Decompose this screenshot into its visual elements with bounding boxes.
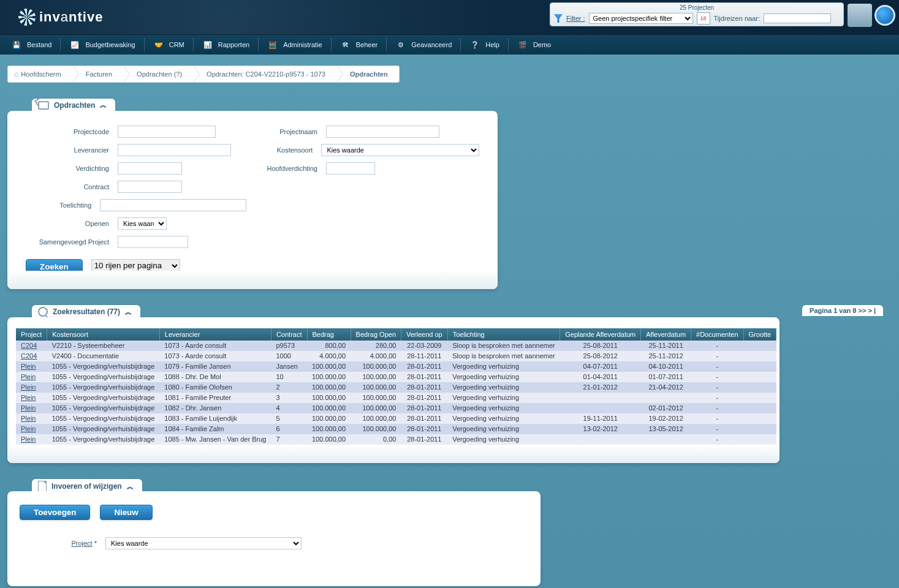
table-row[interactable]: C204V2400 - Documentatie1073 - Aarde con… <box>16 351 776 361</box>
collapse-icon[interactable]: ︽ <box>100 100 107 110</box>
table-row[interactable]: Plein1055 - Vergoeding/verhuisbijdrage10… <box>16 361 776 372</box>
input-leverancier[interactable] <box>118 144 231 156</box>
menu-item-crm[interactable]: 🤝 CRM <box>145 35 193 55</box>
filter-select[interactable]: Geen projectspecifiek filter <box>589 13 693 24</box>
menu-item-help[interactable]: ❔ Help <box>461 35 508 55</box>
table-row[interactable]: Plein1055 - Vergoeding/verhuisbijdrage10… <box>16 434 776 445</box>
project-link[interactable]: Plein <box>21 394 36 401</box>
time-travel-label: Tijdreizen naar: <box>714 15 760 22</box>
col-project[interactable]: Project <box>16 328 47 341</box>
document-icon <box>38 481 47 492</box>
lbl-contract: Contract <box>26 183 118 190</box>
edit-panel: Invoeren of wijzigen ︽ Toevoegen Nieuw P… <box>7 491 892 586</box>
crumb-opdrachten: Opdrachten <box>336 66 399 83</box>
menu-item-budgetbewaking[interactable]: 📈 Budgetbewaking <box>61 35 143 55</box>
menu-item-administratie[interactable]: 🧮 Administratie <box>259 35 331 55</box>
add-button[interactable]: Toevoegen <box>20 505 90 520</box>
col-bedrag-open[interactable]: Bedrag Open <box>351 328 401 341</box>
refresh-icon[interactable] <box>874 5 895 26</box>
lbl-verdichting: Verdichting <box>26 165 118 172</box>
project-link[interactable]: Plein <box>21 373 36 380</box>
crumb-hoofdscherm[interactable]: ⌂Hoofdscherm <box>8 66 72 83</box>
calculator-icon: 🧮 <box>267 39 278 50</box>
pagination[interactable]: Pagina 1 van 8 >> > | <box>802 305 883 316</box>
project-link[interactable]: Plein <box>21 383 36 391</box>
table-row[interactable]: Plein1055 - Vergoeding/verhuisbijdrage10… <box>16 413 776 424</box>
collapse-edit-icon[interactable]: ︽ <box>127 482 134 491</box>
project-link[interactable]: Plein <box>21 435 36 443</box>
menu-item-beheer[interactable]: 🛠 Beheer <box>332 35 386 55</box>
project-link[interactable]: Plein <box>21 415 36 422</box>
table-row[interactable]: Plein1055 - Vergoeding/verhuisbijdrage10… <box>16 393 776 403</box>
breadcrumb: ⌂Hoofdscherm Facturen Opdrachten (?) Opd… <box>0 55 899 83</box>
header-right-icons <box>848 4 895 27</box>
search-panel-title: Opdrachten <box>54 101 95 110</box>
chart-icon: 📈 <box>69 39 80 50</box>
help-icon: ❔ <box>469 39 480 50</box>
crumb-facturen[interactable]: Facturen <box>72 66 123 83</box>
col-bedrag[interactable]: Bedrag <box>307 328 351 341</box>
handshake-icon: 🤝 <box>153 39 164 50</box>
table-row[interactable]: C204V2210 - Systeembeheer1073 - Aarde co… <box>16 341 776 351</box>
save-icon: 💾 <box>11 39 22 50</box>
table-row[interactable]: Plein1055 - Vergoeding/verhuisbijdrage10… <box>16 424 776 434</box>
demo-icon: 🎬 <box>517 39 528 50</box>
collapse-results-icon[interactable]: ︽ <box>125 307 132 317</box>
select-kostensoort[interactable]: Kies waarde <box>321 144 479 156</box>
lbl-edit-project: Project * <box>38 540 105 547</box>
project-link[interactable]: C204 <box>21 352 37 360</box>
menu-item-demo[interactable]: 🎬 Demo <box>509 35 560 55</box>
logo-icon <box>16 6 38 28</box>
lbl-kostensoort: Kostensoort <box>246 146 321 154</box>
col-contract[interactable]: Contract <box>271 328 307 341</box>
input-verdichting[interactable] <box>118 162 182 175</box>
select-edit-project[interactable]: Kies waarde <box>105 537 302 549</box>
input-hoofdverdichting[interactable] <box>326 162 375 175</box>
search-icon <box>38 307 48 317</box>
lbl-leverancier: Leverancier <box>26 146 118 154</box>
presentation-icon: 📊 <box>202 39 213 50</box>
lbl-projectcode: Projectcode <box>26 128 118 135</box>
input-toelichting[interactable] <box>100 199 246 211</box>
menu-item-geavanceerd[interactable]: ⚙ Geavanceerd <box>387 35 460 55</box>
funnel-icon <box>554 14 563 23</box>
col-afleverdatum[interactable]: Afleverdatum <box>641 328 691 341</box>
table-row[interactable]: Plein1055 - Vergoeding/verhuisbijdrage10… <box>16 382 776 393</box>
col-leverancier[interactable]: Leverancier <box>159 328 271 341</box>
project-filter-box: 25 Projecten Filter : Geen projectspecif… <box>550 2 844 26</box>
crumb-opdracht-detail[interactable]: Opdrachten: C204-V2210-p9573 - 1073 <box>193 66 336 83</box>
search-button[interactable]: Zoeken <box>26 259 83 274</box>
col-verleend-op[interactable]: Verleend op <box>401 328 448 341</box>
col-geplande-afleverdatum[interactable]: Geplande Afleverdatum <box>560 328 641 341</box>
menu-item-rapporten[interactable]: 📊 Rapporten <box>194 35 258 55</box>
col-kostensoort[interactable]: Kostensoort <box>47 328 160 341</box>
table-row[interactable]: Plein1055 - Vergoeding/verhuisbijdrage10… <box>16 403 776 413</box>
input-contract[interactable] <box>118 181 182 193</box>
project-link[interactable]: Plein <box>21 363 36 370</box>
project-link[interactable]: C204 <box>21 342 37 349</box>
input-samengevoegd[interactable] <box>118 236 188 248</box>
orders-icon <box>38 101 49 110</box>
menu-item-bestand[interactable]: 💾 Bestand <box>2 35 60 55</box>
project-link[interactable]: Plein <box>21 404 36 412</box>
project-link[interactable]: Plein <box>21 425 36 432</box>
col-grootte[interactable]: Grootte <box>743 328 776 341</box>
time-travel-input[interactable] <box>764 13 831 23</box>
col-toelichting[interactable]: Toelichting <box>447 328 560 341</box>
server-icon[interactable] <box>848 4 872 27</box>
results-panel-title: Zoekresultaten (77) <box>53 307 120 316</box>
new-button[interactable]: Nieuw <box>100 505 152 520</box>
brand-logo: invantive <box>18 9 103 26</box>
calendar-button[interactable]: 18 <box>697 12 710 24</box>
col--documenten[interactable]: #Documenten <box>691 328 744 341</box>
lbl-openen: Openen <box>26 220 118 227</box>
select-openen[interactable]: Kies waarde <box>118 217 167 230</box>
results-table: ProjectKostensoortLeverancierContractBed… <box>16 328 776 445</box>
crumb-opdrachten-q[interactable]: Opdrachten (?) <box>123 66 193 83</box>
table-row[interactable]: Plein1055 - Vergoeding/verhuisbijdrage10… <box>16 372 776 382</box>
search-panel-tab: Opdrachten ︽ <box>32 99 115 111</box>
rows-per-page-select[interactable]: 10 rijen per pagina <box>91 259 180 273</box>
input-projectcode[interactable] <box>118 126 216 138</box>
main-menu: 💾 Bestand 📈 Budgetbewaking 🤝 CRM 📊 Rappo… <box>0 35 899 55</box>
input-projectnaam[interactable] <box>326 126 439 138</box>
